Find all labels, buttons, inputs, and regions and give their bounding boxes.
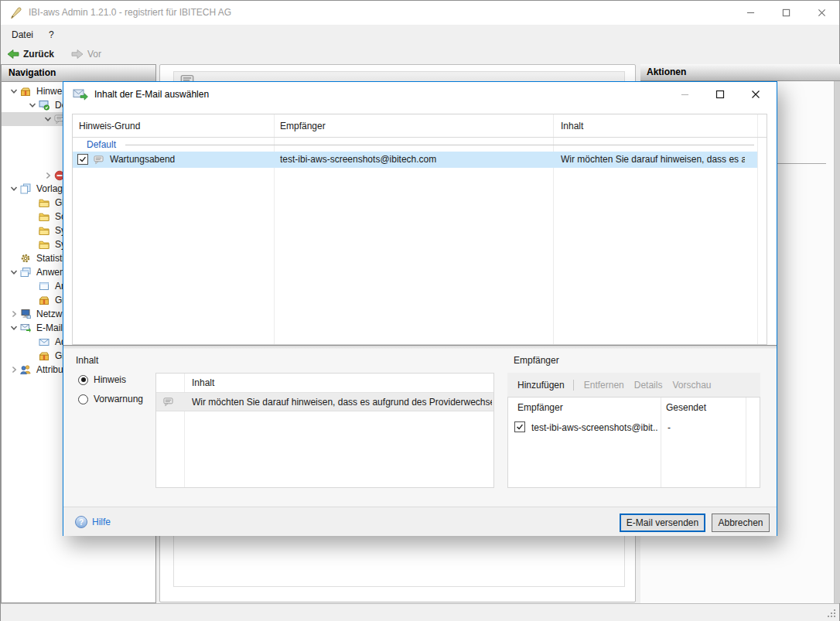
tree-item-label: Attribu xyxy=(36,364,63,375)
empfaenger-table-row[interactable]: test-ibi-aws-screenshots@ibit... - xyxy=(508,419,760,436)
inhalt-group-label: Inhalt xyxy=(76,355,98,366)
forward-button[interactable]: Vor xyxy=(71,49,101,60)
menu-bar: Datei ? xyxy=(1,25,839,44)
column-separator[interactable] xyxy=(661,398,661,487)
entfernen-button[interactable]: Entfernen xyxy=(584,380,624,391)
tree-item-gruppen-1[interactable]: Gr xyxy=(2,293,65,307)
folder-icon xyxy=(39,225,52,236)
vorschau-button[interactable]: Vorschau xyxy=(672,380,711,391)
chevron-down-icon[interactable] xyxy=(42,114,54,124)
window-title: IBI-aws Admin 1.21.0 - registriert für I… xyxy=(29,1,231,25)
note-bubble-icon xyxy=(162,397,176,408)
cell-empfaenger: test-ibi-aws-screenshots@ibitech.com xyxy=(280,152,436,168)
tree-item-attribute[interactable]: Attribu xyxy=(2,363,63,377)
empfaenger-table: Empfänger Gesendet test-ibi-aws-screensh… xyxy=(507,397,760,488)
column-header-empfaenger[interactable]: Empfänger xyxy=(280,114,326,138)
hinzufuegen-button[interactable]: Hinzufügen xyxy=(517,380,565,391)
column-header-hinweis-grund[interactable]: Hinweis-Grund xyxy=(79,114,140,138)
back-button[interactable]: Zurück xyxy=(7,49,54,60)
title-bar: IBI-aws Admin 1.21.0 - registriert für I… xyxy=(1,1,839,25)
tree-item-anwendung[interactable]: An xyxy=(2,279,67,293)
forward-arrow-icon xyxy=(71,49,84,60)
package-icon xyxy=(39,350,52,361)
row-checkbox[interactable] xyxy=(514,421,525,432)
column-header-empfaenger[interactable]: Empfänger xyxy=(517,398,563,418)
back-arrow-icon xyxy=(7,49,19,60)
tree-item-selected-note[interactable] xyxy=(2,112,70,126)
monitor-check-icon xyxy=(39,100,52,111)
group-row-default[interactable]: Default xyxy=(73,138,757,152)
tree-item-folder-3[interactable]: Sy xyxy=(2,223,66,237)
radio-vorwarnung[interactable]: Vorwarnung xyxy=(78,394,143,404)
maximize-button[interactable] xyxy=(768,1,804,25)
tree-item-statistik[interactable]: Statisti xyxy=(2,251,64,265)
chevron-right-icon[interactable] xyxy=(42,171,54,180)
column-header-gesendet[interactable]: Gesendet xyxy=(666,398,706,418)
send-email-button[interactable]: E-Mail versenden xyxy=(620,514,705,532)
menu-help[interactable]: ? xyxy=(49,29,54,40)
window-edge-strip xyxy=(835,81,840,603)
resize-grip-icon[interactable] xyxy=(826,608,837,619)
tree-item-vorlagen[interactable]: Vorlag xyxy=(2,182,63,196)
cell-hinweis-grund: Wartungsabend xyxy=(110,152,175,168)
note-bubble-icon xyxy=(93,155,105,165)
row-checkbox[interactable] xyxy=(77,154,88,165)
tree-item-netzwerk[interactable]: Netzw xyxy=(2,307,62,321)
chevron-right-icon[interactable] xyxy=(8,365,20,374)
cancel-button[interactable]: Abbrechen xyxy=(712,514,770,532)
cell-inhalt: Wir möchten Sie darauf hinweisen, dass e… xyxy=(561,152,745,168)
close-button[interactable] xyxy=(804,1,839,25)
radio-button[interactable] xyxy=(78,394,88,404)
app-windows-icon xyxy=(20,267,33,278)
separator xyxy=(573,380,574,391)
inhalt-table: Inhalt Wir möchten Sie darauf hinweisen,… xyxy=(155,373,494,488)
chevron-down-icon[interactable] xyxy=(26,101,39,110)
network-icon xyxy=(20,309,33,319)
dialog-maximize-button[interactable] xyxy=(702,82,738,107)
tree-item-label: Netzw xyxy=(36,309,62,319)
mail-send-icon xyxy=(20,322,33,333)
tree-item-adressen[interactable]: Ad xyxy=(2,335,67,349)
app-icon xyxy=(9,6,23,20)
empfaenger-group-label: Empfänger xyxy=(514,355,559,366)
tree-item-blocked[interactable] xyxy=(2,169,70,183)
dialog-footer: ? Hilfe E-Mail versenden Abbrechen xyxy=(63,507,777,536)
tree-item-hinweise[interactable]: Hinwe xyxy=(2,84,62,98)
tree-item-email[interactable]: E-Mail xyxy=(2,321,63,335)
tree-item-label: Vorlag xyxy=(36,183,63,194)
tree-item-folder-2[interactable]: Sch xyxy=(2,210,71,223)
grid-row-wartungsabend[interactable]: Wartungsabend test-ibi-aws-screenshots@i… xyxy=(73,152,757,168)
mail-send-icon xyxy=(73,88,88,101)
package-icon xyxy=(39,295,52,305)
tree-item-gruppen-2[interactable]: Gr xyxy=(2,349,65,363)
dialog-minimize-button[interactable] xyxy=(667,82,702,107)
tree-item-anwendungen[interactable]: Anwen xyxy=(2,265,65,279)
radio-button-selected[interactable] xyxy=(78,375,88,385)
tree-item-label: Hinwe xyxy=(36,86,62,97)
column-header-inhalt[interactable]: Inhalt xyxy=(561,114,583,138)
chevron-right-icon[interactable] xyxy=(8,309,20,319)
tree-item-label: Anwen xyxy=(36,267,65,278)
chevron-down-icon[interactable] xyxy=(8,87,20,96)
chevron-down-icon[interactable] xyxy=(8,268,20,277)
tree-item-label: E-Mail xyxy=(36,322,63,333)
dialog-close-button[interactable] xyxy=(738,82,773,107)
inhalt-table-row[interactable]: Wir möchten Sie darauf hinweisen, dass e… xyxy=(156,393,493,411)
radio-hinweis[interactable]: Hinweis xyxy=(78,374,126,385)
chevron-down-icon[interactable] xyxy=(8,323,20,333)
tree-item-folder-4[interactable]: Sy xyxy=(2,237,66,251)
inhalt-table-header: Inhalt xyxy=(156,374,493,393)
column-header-inhalt[interactable]: Inhalt xyxy=(192,374,214,393)
nav-toolbar: Zurück Vor xyxy=(1,44,839,64)
grid-header-row: Hinweis-Grund Empfänger Inhalt xyxy=(73,114,767,138)
chevron-down-icon[interactable] xyxy=(8,184,20,193)
menu-datei[interactable]: Datei xyxy=(12,29,33,40)
tree-item-folder-1[interactable]: Gl xyxy=(2,196,64,210)
tree-item-default[interactable]: De xyxy=(2,98,67,112)
app-window-icon xyxy=(39,281,52,292)
empfaenger-toolbar: Hinzufügen Entfernen Details Vorschau xyxy=(507,373,760,397)
help-link[interactable]: ? Hilfe xyxy=(75,507,111,537)
radio-label: Vorwarnung xyxy=(94,394,143,404)
minimize-button[interactable] xyxy=(732,1,768,25)
details-button[interactable]: Details xyxy=(634,380,663,391)
